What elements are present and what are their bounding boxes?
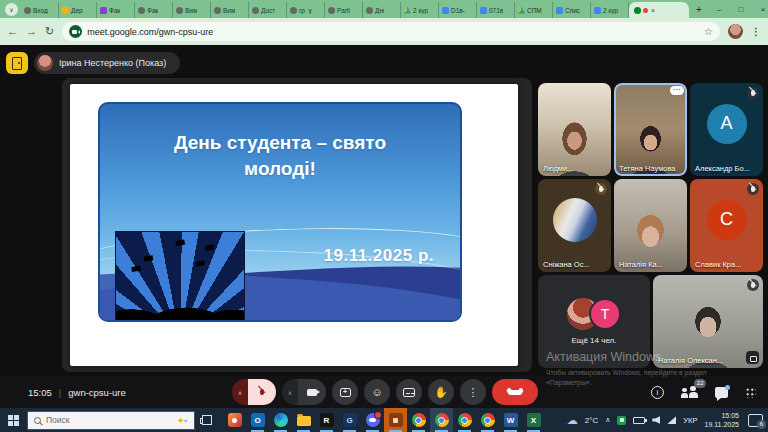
forward-button[interactable]: → xyxy=(26,26,37,37)
browser-tab[interactable]: Фак xyxy=(97,2,135,18)
captions-button[interactable] xyxy=(396,379,422,405)
globe-favicon xyxy=(328,7,335,14)
participant-tile[interactable]: Наталія Ка... xyxy=(614,179,687,272)
new-tab-button[interactable]: + xyxy=(692,2,706,16)
chat-button[interactable] xyxy=(715,387,728,398)
mic-muted-icon[interactable] xyxy=(248,379,276,405)
avatar-photo xyxy=(553,198,597,242)
start-button[interactable] xyxy=(0,408,27,432)
tile-menu-icon[interactable]: ··· xyxy=(670,86,684,95)
discord-icon xyxy=(366,413,380,427)
weather-temp[interactable]: 2°C xyxy=(585,416,598,425)
participant-tile[interactable]: ··· Тетяна Наумова xyxy=(614,83,687,176)
taskbar-app-outlook[interactable]: O xyxy=(246,408,269,432)
minimize-button[interactable]: – xyxy=(708,0,730,18)
windows-activation-watermark-title: Активация Windows xyxy=(546,350,661,364)
browser-tab[interactable]: Parti xyxy=(325,2,363,18)
slide-date: 19.11.2025 р. xyxy=(324,246,434,266)
taskbar-search-input[interactable]: Поиск ✦ ✦ xyxy=(27,411,195,430)
network-icon[interactable] xyxy=(667,416,676,424)
close-tab-icon[interactable]: × xyxy=(651,7,655,14)
language-indicator[interactable]: УКР xyxy=(683,416,697,425)
taskbar-app-g[interactable]: G xyxy=(338,408,361,432)
camera-options-chevron-icon[interactable]: ∧ xyxy=(282,379,298,405)
active-meet-tab[interactable]: × xyxy=(629,2,689,18)
browser-tab[interactable]: 071в xyxy=(477,2,515,18)
bookmark-star-icon[interactable]: ☆ xyxy=(704,26,713,37)
r-app-icon: R xyxy=(320,413,334,427)
browser-tab[interactable]: Вим xyxy=(211,2,249,18)
browser-tab[interactable]: 2 кур xyxy=(401,2,439,18)
screen-share-indicator-icon[interactable] xyxy=(617,416,626,425)
browser-tab[interactable]: СПМ xyxy=(515,2,553,18)
reactions-button[interactable]: ☺ xyxy=(364,379,390,405)
presentation-mode-badge[interactable] xyxy=(6,52,28,74)
mic-options-chevron-icon[interactable]: ∧ xyxy=(232,379,248,405)
task-view-button[interactable] xyxy=(195,408,219,432)
camera-on-icon[interactable] xyxy=(298,379,326,405)
avatar-initial: Т xyxy=(589,298,621,330)
mic-off-glyph xyxy=(599,186,603,192)
maximize-button[interactable]: □ xyxy=(730,0,752,18)
participant-tile[interactable]: С Славик Кра... xyxy=(690,179,763,272)
taskbar-app-attention[interactable] xyxy=(384,408,407,432)
browser-tab[interactable]: Вход xyxy=(21,2,59,18)
participant-tile[interactable]: Сніжана Ос... xyxy=(538,179,611,272)
tab-label: СПМ xyxy=(527,7,542,14)
close-window-button[interactable]: × xyxy=(752,0,768,18)
app-favicon xyxy=(100,7,107,14)
address-bar[interactable]: meet.google.com/gwn-cpsu-ure ☆ xyxy=(62,22,720,41)
weather-cloud-icon[interactable]: ☁ xyxy=(567,415,578,426)
end-call-button[interactable] xyxy=(492,379,538,405)
taskbar-app-r[interactable]: R xyxy=(315,408,338,432)
back-button[interactable]: ← xyxy=(7,26,18,37)
tray-expand-chevron[interactable]: ∧ xyxy=(605,416,610,424)
mic-button[interactable]: ∧ xyxy=(232,379,276,405)
taskbar-app-store[interactable] xyxy=(223,408,246,432)
notification-center-icon[interactable]: 6 xyxy=(748,414,763,427)
divider: | xyxy=(59,387,61,398)
speaker-icon[interactable] xyxy=(652,416,660,424)
clock-date: 19.11.2025 xyxy=(704,420,739,429)
taskbar-clock[interactable]: 15:05 19.11.2025 xyxy=(704,411,739,429)
taskbar-app-chrome-2[interactable] xyxy=(430,408,453,432)
participant-tile[interactable]: А Александр Бо... xyxy=(690,83,763,176)
participant-tile[interactable]: Наталія Олексан... xyxy=(653,275,763,368)
browser-tab[interactable]: Дост xyxy=(249,2,287,18)
profile-avatar[interactable] xyxy=(728,24,743,39)
browser-tab[interactable]: D1в- xyxy=(439,2,477,18)
taskbar-app-edge[interactable] xyxy=(269,408,292,432)
search-placeholder: Поиск xyxy=(46,415,70,425)
camera-button[interactable]: ∧ xyxy=(282,379,326,405)
taskbar-app-excel[interactable]: X xyxy=(522,408,545,432)
browser-tab[interactable]: Дер xyxy=(59,2,97,18)
word-icon: W xyxy=(504,413,518,427)
windows-logo-icon xyxy=(8,415,19,426)
browser-tab[interactable]: Фак xyxy=(135,2,173,18)
taskbar-app-explorer[interactable] xyxy=(292,408,315,432)
participant-tile[interactable]: Людми... xyxy=(538,83,611,176)
browser-tab[interactable]: 2 кур xyxy=(591,2,629,18)
browser-menu-icon[interactable]: ⋮ xyxy=(751,26,761,37)
present-button[interactable]: + xyxy=(332,379,358,405)
browser-tab[interactable]: гр_у xyxy=(287,2,325,18)
browser-tab[interactable]: Вим xyxy=(173,2,211,18)
more-options-button[interactable]: ⋮ xyxy=(460,379,486,405)
reload-button[interactable]: ↻ xyxy=(45,26,54,37)
taskbar-app-discord[interactable] xyxy=(361,408,384,432)
browser-tab[interactable]: Спис xyxy=(553,2,591,18)
raise-hand-button[interactable]: ✋ xyxy=(428,379,454,405)
tab-search-button[interactable]: ∨ xyxy=(5,3,18,16)
browser-tab[interactable]: Дні xyxy=(363,2,401,18)
taskbar-app-chrome-4[interactable] xyxy=(476,408,499,432)
globe-favicon xyxy=(290,7,297,14)
mic-off-icon xyxy=(747,87,759,99)
taskbar-app-chrome-3[interactable] xyxy=(453,408,476,432)
presenter-pill[interactable]: Ірина Нестеренко (Показ) xyxy=(34,52,180,74)
activities-grid-icon[interactable] xyxy=(745,387,756,398)
taskbar-app-chrome-1[interactable] xyxy=(407,408,430,432)
picture-in-picture-icon[interactable] xyxy=(746,351,759,364)
taskbar-app-word[interactable]: W xyxy=(499,408,522,432)
camera-permission-icon[interactable] xyxy=(69,25,82,38)
battery-icon[interactable] xyxy=(633,417,645,424)
